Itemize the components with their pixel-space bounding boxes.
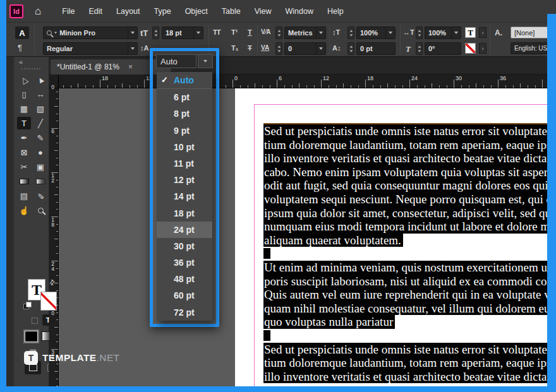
content-placer-tool[interactable]: ▧: [33, 102, 47, 115]
character-style-field[interactable]: [None]: [511, 27, 552, 39]
text-line[interactable]: quo voluptas nulla pariatur: [263, 315, 547, 329]
tracking-field[interactable]: 0: [284, 42, 326, 55]
paragraph-formatting-icon[interactable]: ¶: [18, 43, 22, 52]
fill-more-button[interactable]: ›: [479, 27, 486, 38]
font-size-option-24-pt[interactable]: 24 pt: [157, 222, 212, 238]
font-size-option-14-pt[interactable]: 14 pt: [157, 188, 212, 205]
text-line[interactable]: odit aut fugit, sed quia consequuntur ma…: [263, 179, 547, 193]
font-family-field[interactable]: Minion Pro: [43, 27, 138, 39]
kerning-dropdown-button[interactable]: [316, 27, 325, 39]
text-line[interactable]: illo inventore veritatis et quasi archit…: [263, 370, 547, 384]
direct-selection-tool[interactable]: △: [17, 73, 31, 86]
zoom-tool[interactable]: [33, 204, 47, 217]
text-line[interactable]: tium doloremque laudantium, totam rem ap…: [263, 356, 547, 370]
text-line[interactable]: numquam eius modi tempora incidunt ut la…: [263, 220, 547, 234]
skew-stepper[interactable]: [416, 42, 423, 55]
font-size-option-60-pt[interactable]: 60 pt: [157, 287, 212, 304]
underline-button[interactable]: T: [248, 28, 252, 36]
menu-item-help[interactable]: Help: [320, 0, 351, 23]
vertical-scale-stepper[interactable]: [348, 27, 354, 39]
menu-item-table[interactable]: Table: [215, 0, 248, 23]
font-size-option-11-pt[interactable]: 11 pt: [157, 155, 212, 172]
gradient-feather-tool[interactable]: [33, 175, 47, 187]
line-tool[interactable]: ╱: [33, 117, 47, 129]
apply-color-button[interactable]: [25, 331, 38, 342]
text-line[interactable]: ipsum quia dolor sit amet, consectetur, …: [263, 206, 547, 220]
font-size-option-6-pt[interactable]: 6 pt: [157, 89, 212, 105]
scissors-tool[interactable]: ✂: [17, 160, 31, 173]
content-collector-tool[interactable]: ▦: [17, 102, 31, 115]
text-line[interactable]: Quis autem vel eum iure reprehenderit qu…: [263, 288, 547, 302]
eyedropper-tool[interactable]: ✎: [33, 189, 47, 202]
font-size-combo-arrow-button[interactable]: [198, 54, 213, 68]
menu-item-type[interactable]: Type: [147, 0, 178, 23]
font-size-option-30-pt[interactable]: 30 pt: [157, 238, 212, 254]
text-frame[interactable]: Sed ut perspiciatis unde omnis iste natu…: [263, 124, 547, 386]
menu-item-edit[interactable]: Edit: [82, 0, 109, 23]
font-size-combo[interactable]: Auto: [156, 54, 196, 68]
selection-tool[interactable]: ▲: [33, 73, 47, 86]
character-formatting-icon[interactable]: A: [15, 27, 29, 39]
tracking-dropdown-button[interactable]: [316, 43, 325, 54]
horizontal-scale-dropdown-button[interactable]: [451, 27, 461, 39]
baseline-shift-stepper[interactable]: [348, 42, 354, 55]
strikethrough-button[interactable]: T: [248, 44, 252, 52]
note-tool[interactable]: ▤: [17, 189, 31, 202]
collapse-panel-icon[interactable]: «: [19, 58, 23, 66]
font-size-option-10-pt[interactable]: 10 pt: [157, 139, 212, 155]
fill-color-swatch[interactable]: T: [465, 27, 476, 38]
gradient-tool[interactable]: [17, 175, 31, 187]
menu-item-file[interactable]: File: [55, 0, 82, 23]
type-tool[interactable]: T: [17, 117, 31, 129]
font-style-field[interactable]: Regular: [43, 42, 138, 55]
text-line[interactable]: Sed ut perspiciatis unde omnis iste natu…: [263, 124, 547, 138]
frame-tool[interactable]: ⊠: [17, 146, 31, 158]
all-caps-button[interactable]: TT: [213, 28, 220, 36]
gap-tool[interactable]: ↔: [33, 88, 47, 100]
horizontal-scale-field[interactable]: 100%: [425, 27, 461, 39]
menu-item-object[interactable]: Object: [178, 0, 215, 23]
text-line[interactable]: cabo. Nemo enim ipsam voluptatem quia vo…: [263, 165, 547, 179]
skew-field[interactable]: 0°: [425, 42, 461, 55]
menu-item-window[interactable]: Window: [279, 0, 320, 23]
text-line[interactable]: voluptatem sequi nesciunt. Neque porro q…: [263, 193, 547, 206]
vertical-scale-dropdown-button[interactable]: [385, 27, 395, 39]
panel-grip[interactable]: [21, 68, 40, 69]
font-size-dropdown-button[interactable]: [193, 27, 203, 39]
superscript-button[interactable]: T¹: [231, 28, 238, 36]
vertical-scale-field[interactable]: 100%: [356, 27, 396, 39]
vertical-ruler[interactable]: 061 21 82 43 03 6: [49, 88, 59, 386]
indesign-app-icon[interactable]: Id: [9, 4, 23, 18]
font-size-option-72-pt[interactable]: 72 pt: [157, 304, 212, 321]
font-style-dropdown-button[interactable]: [128, 43, 137, 54]
font-size-field[interactable]: 18 pt: [162, 27, 203, 39]
formatting-affects-container-button[interactable]: [32, 318, 38, 324]
font-size-stepper[interactable]: [152, 27, 159, 39]
stroke-proxy-swatch[interactable]: [40, 292, 57, 311]
stroke-color-swatch[interactable]: [465, 43, 476, 54]
pencil-tool[interactable]: ✎: [33, 131, 47, 144]
text-line[interactable]: aliquam quaerat voluptatem.: [263, 234, 547, 247]
menu-item-layout[interactable]: Layout: [109, 0, 147, 23]
document-page[interactable]: Sed ut perspiciatis unde omnis iste natu…: [235, 88, 547, 386]
home-icon[interactable]: ⌂: [35, 5, 41, 18]
baseline-shift-field[interactable]: 0 pt: [356, 42, 396, 55]
font-size-option-9-pt[interactable]: 9 pt: [157, 122, 212, 139]
horizontal-scale-stepper[interactable]: [416, 27, 423, 39]
tracking-stepper[interactable]: [275, 42, 282, 55]
font-size-option-36-pt[interactable]: 36 pt: [157, 254, 212, 271]
pasteboard[interactable]: Sed ut perspiciatis unde omnis iste natu…: [59, 88, 547, 386]
shape-tool[interactable]: ●: [33, 146, 47, 158]
kerning-stepper[interactable]: [275, 27, 282, 39]
stroke-more-button[interactable]: ›: [479, 43, 486, 54]
subscript-button[interactable]: T₁: [231, 44, 238, 52]
close-tab-icon[interactable]: ×: [128, 62, 133, 71]
font-size-option-18-pt[interactable]: 18 pt: [157, 205, 212, 222]
menu-item-view[interactable]: View: [248, 0, 279, 23]
font-size-option-auto[interactable]: ✓Auto: [157, 72, 212, 88]
horizontal-ruler[interactable]: 18126061218243036: [59, 74, 547, 88]
default-fill-stroke-icon[interactable]: [23, 302, 31, 309]
font-size-option-8-pt[interactable]: 8 pt: [157, 105, 212, 122]
font-size-option-48-pt[interactable]: 48 pt: [157, 271, 212, 287]
font-family-dropdown-button[interactable]: [128, 27, 137, 39]
